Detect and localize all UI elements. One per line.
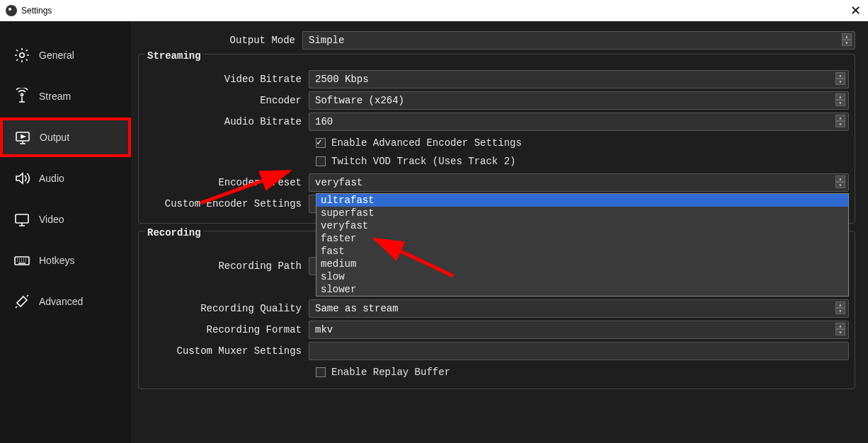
output-mode-value: Simple — [309, 35, 344, 46]
recording-path-label: Recording Path — [144, 260, 309, 272]
gear-icon — [12, 47, 32, 64]
preset-option[interactable]: fast — [316, 245, 848, 258]
output-icon — [13, 129, 33, 146]
tools-icon — [12, 293, 32, 310]
preset-option[interactable]: faster — [316, 232, 848, 245]
preset-option[interactable]: ultrafast — [316, 194, 848, 207]
output-mode-label: Output Mode — [138, 35, 302, 46]
output-mode-select[interactable]: Simple ▴▾ — [302, 31, 855, 50]
svg-rect-3 — [16, 214, 28, 223]
audio-bitrate-select[interactable]: 160 ▴▾ — [309, 113, 849, 131]
encoder-preset-value: veryfast — [315, 177, 362, 188]
spinner-icon[interactable]: ▴▾ — [835, 93, 845, 106]
sidebar-item-output[interactable]: Output — [0, 117, 131, 157]
antenna-icon — [12, 88, 32, 105]
encoder-preset-label: Encoder Preset — [144, 177, 309, 188]
speaker-icon — [12, 170, 32, 187]
encoder-preset-dropdown[interactable]: ultrafastsuperfastveryfastfasterfastmedi… — [316, 193, 849, 297]
preset-option[interactable]: slow — [316, 270, 848, 283]
sidebar-item-stream[interactable]: Stream — [0, 76, 131, 116]
sidebar-item-label: Hotkeys — [39, 255, 75, 266]
monitor-icon — [12, 211, 32, 228]
video-bitrate-input[interactable]: 2500 Kbps ▴▾ — [309, 70, 849, 88]
custom-muxer-label: Custom Muxer Settings — [144, 345, 309, 357]
spinner-icon[interactable]: ▴▾ — [835, 176, 845, 188]
spinner-icon[interactable]: ▴▾ — [835, 115, 845, 127]
video-bitrate-label: Video Bitrate — [144, 74, 309, 85]
enable-advanced-checkbox[interactable] — [316, 138, 326, 148]
window-title: Settings — [21, 6, 52, 16]
preset-option[interactable]: medium — [316, 258, 848, 270]
recording-quality-label: Recording Quality — [144, 303, 309, 314]
audio-bitrate-label: Audio Bitrate — [144, 116, 309, 127]
sidebar-item-hotkeys[interactable]: Hotkeys — [0, 241, 131, 280]
enable-advanced-label: Enable Advanced Encoder Settings — [331, 137, 522, 149]
recording-format-label: Recording Format — [144, 324, 309, 335]
sidebar-item-advanced[interactable]: Advanced — [0, 282, 131, 321]
recording-quality-select[interactable]: Same as stream ▴▾ — [309, 299, 849, 318]
streaming-group: Streaming Video Bitrate 2500 Kbps ▴▾ Enc… — [138, 54, 855, 224]
close-icon[interactable]: ✕ — [850, 3, 861, 18]
sidebar-item-audio[interactable]: Audio — [0, 159, 131, 198]
audio-bitrate-value: 160 — [315, 116, 333, 127]
sidebar: General Stream Output Audio Video — [0, 21, 131, 443]
sidebar-item-label: Advanced — [39, 296, 83, 307]
streaming-title: Streaming — [144, 50, 204, 62]
preset-option[interactable]: veryfast — [316, 219, 848, 232]
custom-muxer-input[interactable] — [309, 342, 849, 360]
custom-encoder-label: Custom Encoder Settings — [144, 198, 309, 209]
spinner-icon[interactable]: ▴▾ — [835, 301, 845, 314]
sidebar-item-label: Video — [39, 214, 64, 225]
sidebar-item-label: Stream — [39, 91, 71, 102]
recording-title: Recording — [144, 227, 204, 238]
spinner-icon[interactable]: ▴▾ — [842, 33, 852, 46]
encoder-label: Encoder — [144, 95, 309, 106]
recording-quality-value: Same as stream — [315, 303, 399, 314]
encoder-preset-select[interactable]: veryfast ▴▾ — [309, 173, 849, 192]
sidebar-item-general[interactable]: General — [0, 35, 131, 75]
preset-option[interactable]: superfast — [316, 207, 848, 219]
video-bitrate-value: 2500 Kbps — [315, 74, 369, 85]
replay-buffer-label: Enable Replay Buffer — [331, 367, 450, 378]
sidebar-item-label: General — [39, 50, 74, 61]
titlebar: Settings ✕ — [0, 0, 868, 21]
spinner-icon[interactable]: ▴▾ — [835, 72, 845, 85]
replay-buffer-checkbox[interactable] — [316, 367, 326, 377]
sidebar-item-label: Output — [40, 132, 69, 143]
twitch-vod-checkbox[interactable] — [316, 156, 326, 166]
settings-content: Output Mode Simple ▴▾ Streaming Video Bi… — [131, 21, 868, 443]
recording-format-select[interactable]: mkv ▴▾ — [309, 321, 849, 339]
sidebar-item-video[interactable]: Video — [0, 200, 131, 239]
twitch-vod-label: Twitch VOD Track (Uses Track 2) — [331, 156, 515, 167]
preset-option[interactable]: slower — [316, 283, 848, 296]
encoder-value: Software (x264) — [315, 95, 404, 106]
app-icon — [6, 5, 17, 16]
svg-point-0 — [20, 53, 24, 57]
encoder-select[interactable]: Software (x264) ▴▾ — [309, 91, 849, 110]
keyboard-icon — [12, 252, 32, 269]
sidebar-item-label: Audio — [39, 173, 64, 184]
svg-point-1 — [21, 93, 23, 96]
spinner-icon[interactable]: ▴▾ — [835, 323, 845, 335]
recording-format-value: mkv — [315, 324, 333, 335]
